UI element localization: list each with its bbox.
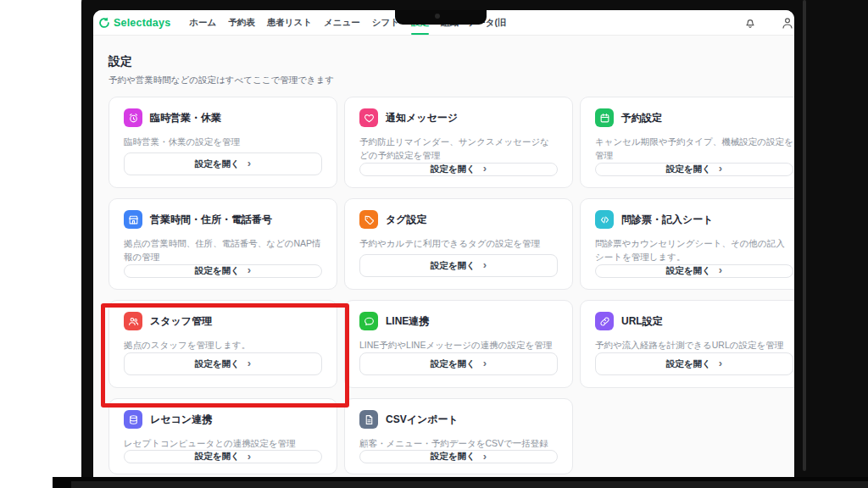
card-description: 問診票やカウンセリングシート、その他の記入シートを管理します。: [595, 236, 793, 264]
chevron-right-icon: ›: [483, 358, 487, 369]
selectdays-logo[interactable]: Selectdays: [98, 17, 170, 29]
laptop-edge-highlight: [803, 0, 806, 471]
open-settings-button[interactable]: 設定を開く ›: [124, 352, 322, 375]
card-title: 営業時間・住所・電話番号: [150, 213, 272, 227]
card-reservation-settings: 予約設定 キャンセル期限や予約タイプ、機械設定の設定を管理 設定を開く ›: [580, 97, 794, 188]
card-intake-forms: 問診票・記入シート 問診票やカウンセリングシート、その他の記入シートを管理します…: [580, 198, 794, 290]
card-rececon-integration: レセコン連携 レセプトコンピュータとの連携設定を管理 設定を開く ›: [108, 398, 337, 474]
card-description: 予約や流入経路を計測できるURLの設定を管理: [595, 338, 793, 352]
open-settings-button[interactable]: 設定を開く ›: [595, 352, 793, 375]
card-title: 問診票・記入シート: [621, 213, 714, 227]
open-settings-label: 設定を開く: [195, 265, 240, 277]
open-settings-label: 設定を開く: [431, 260, 476, 272]
card-title: CSVインポート: [386, 413, 459, 427]
card-temporary-hours: 臨時営業・休業 臨時営業・休業の設定を管理 設定を開く ›: [108, 97, 337, 188]
chevron-right-icon: ›: [248, 451, 251, 462]
chevron-right-icon: ›: [719, 163, 722, 174]
staff-people-icon: [124, 312, 142, 330]
card-business-hours-address: 営業時間・住所・電話番号 拠点の営業時間、住所、電話番号、などのNAP情報の管理…: [108, 198, 337, 290]
card-title: URL設定: [621, 314, 663, 329]
nav-item-reservations[interactable]: 予約表: [228, 10, 255, 35]
brand-name: Selectdays: [114, 17, 170, 29]
card-title: スタッフ管理: [150, 314, 212, 329]
chat-bubble-icon: [359, 312, 378, 330]
open-settings-button[interactable]: 設定を開く ›: [124, 450, 322, 463]
card-description: 予約やカルテに利用できるタグの設定を管理: [359, 236, 558, 250]
open-settings-button[interactable]: 設定を開く ›: [124, 152, 322, 175]
database-icon: [124, 410, 142, 429]
open-settings-button[interactable]: 設定を開く ›: [124, 264, 322, 278]
open-settings-label: 設定を開く: [195, 358, 240, 370]
calendar-icon: [595, 108, 614, 127]
card-notification-messages: 通知メッセージ 予約防止リマインダー、サンクスメッセージなどの予約設定を管理 設…: [344, 97, 573, 188]
form-code-icon: [595, 210, 614, 229]
user-icon[interactable]: [781, 16, 794, 30]
chevron-right-icon: ›: [483, 451, 487, 462]
card-title: 予約設定: [621, 111, 662, 125]
open-settings-button[interactable]: 設定を開く ›: [595, 264, 793, 278]
chevron-right-icon: ›: [248, 158, 251, 169]
card-title: 臨時営業・休業: [150, 111, 221, 125]
open-settings-label: 設定を開く: [431, 451, 476, 463]
open-settings-label: 設定を開く: [666, 164, 711, 175]
file-icon: [359, 410, 378, 429]
laptop-notch: [395, 10, 487, 25]
card-description: キャンセル期限や予約タイプ、機械設定の設定を管理: [595, 135, 793, 163]
settings-page: 設定 予約や営業時間などの設定はすべてここで管理できます 臨時営業・休業 臨時営…: [93, 36, 794, 477]
chevron-right-icon: ›: [483, 163, 487, 174]
nav-item-home[interactable]: ホーム: [189, 10, 216, 35]
open-settings-button[interactable]: 設定を開く ›: [359, 163, 558, 176]
chevron-right-icon: ›: [248, 264, 251, 275]
open-settings-label: 設定を開く: [431, 164, 476, 175]
card-tag-settings: タグ設定 予約やカルテに利用できるタグの設定を管理 設定を開く ›: [344, 198, 573, 290]
card-description: 臨時営業・休業の設定を管理: [124, 135, 322, 148]
laptop-screen: Selectdays ホーム 予約表 患者リスト メニュー シフト 設定 組織・…: [93, 10, 794, 477]
chevron-right-icon: ›: [483, 259, 487, 270]
open-settings-button[interactable]: 設定を開く ›: [359, 254, 558, 277]
card-description: 拠点のスタッフを管理します。: [124, 338, 322, 352]
card-description: 拠点の営業時間、住所、電話番号、などのNAP情報の管理: [124, 236, 322, 264]
open-settings-label: 設定を開く: [666, 265, 711, 277]
chevron-right-icon: ›: [719, 264, 722, 275]
open-settings-button[interactable]: 設定を開く ›: [359, 450, 558, 463]
card-description: 予約防止リマインダー、サンクスメッセージなどの予約設定を管理: [359, 135, 558, 163]
open-settings-label: 設定を開く: [666, 358, 711, 370]
link-icon: [595, 312, 614, 330]
alarm-clock-icon: [124, 108, 142, 127]
card-url-settings: URL設定 予約や流入経路を計測できるURLの設定を管理 設定を開く ›: [580, 300, 794, 388]
heart-icon: [359, 108, 378, 127]
nav-right: [743, 16, 782, 30]
card-csv-import: CSVインポート 顧客・メニュー・予約データをCSVで一括登録 設定を開く ›: [344, 398, 573, 474]
card-description: レセプトコンピュータとの連携設定を管理: [124, 436, 322, 450]
card-staff-management: スタッフ管理 拠点のスタッフを管理します。 設定を開く ›: [108, 300, 337, 388]
open-settings-label: 設定を開く: [195, 158, 240, 170]
open-settings-label: 設定を開く: [431, 358, 476, 370]
settings-card-grid: 臨時営業・休業 臨時営業・休業の設定を管理 設定を開く › 通知メッセージ 予約…: [108, 97, 794, 474]
nav-item-patient-list[interactable]: 患者リスト: [267, 10, 312, 35]
laptop-bottom-lip: [71, 481, 868, 488]
page-subtitle: 予約や営業時間などの設定はすべてここで管理できます: [108, 75, 334, 86]
open-settings-button[interactable]: 設定を開く ›: [359, 352, 558, 375]
open-settings-button[interactable]: 設定を開く ›: [595, 163, 793, 176]
selectdays-logo-icon: [98, 17, 110, 29]
card-description: 顧客・メニュー・予約データをCSVで一括登録: [359, 436, 558, 450]
card-description: LINE予約やLINEメッセージの連携の設定を管理: [359, 338, 558, 352]
open-settings-label: 設定を開く: [195, 451, 240, 463]
card-title: 通知メッセージ: [386, 111, 458, 125]
card-line-integration: LINE連携 LINE予約やLINEメッセージの連携の設定を管理 設定を開く ›: [344, 300, 573, 388]
card-title: タグ設定: [386, 213, 427, 227]
camera-dot: [435, 14, 440, 19]
page-title: 設定: [108, 54, 132, 69]
tag-icon: [359, 210, 378, 229]
chevron-right-icon: ›: [248, 358, 251, 369]
card-title: LINE連携: [386, 314, 429, 329]
bell-icon[interactable]: [743, 16, 757, 30]
store-icon: [124, 210, 142, 229]
chevron-right-icon: ›: [719, 358, 722, 369]
card-title: レセコン連携: [150, 413, 212, 427]
nav-item-menu[interactable]: メニュー: [324, 10, 360, 35]
